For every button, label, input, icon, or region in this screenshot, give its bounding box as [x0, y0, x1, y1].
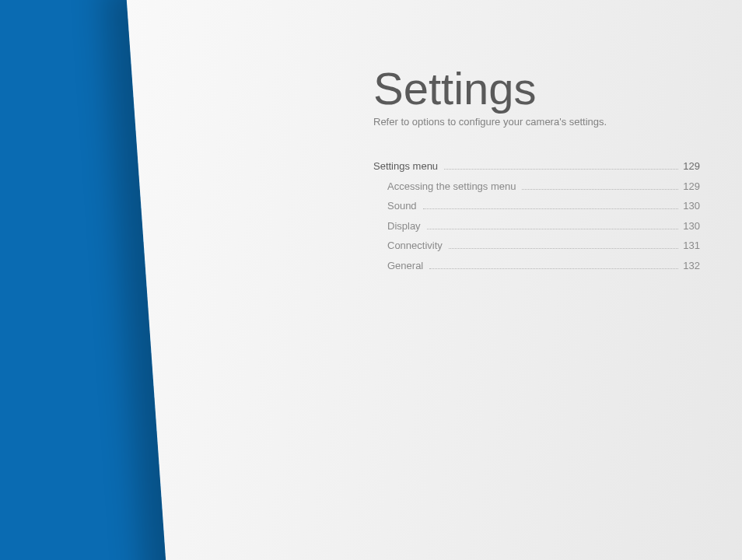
toc-item-page: 130: [683, 198, 700, 214]
toc-leader-dots: [427, 222, 679, 229]
toc-item-page: 131: [683, 238, 700, 254]
toc-item-row: Sound 130: [373, 198, 700, 214]
toc-item-row: Accessing the settings menu 129: [373, 179, 700, 194]
page-subtitle: Refer to options to configure your camer…: [373, 116, 716, 128]
toc-item-label: Accessing the settings menu: [387, 179, 516, 194]
toc-section-row: Settings menu 129: [373, 159, 700, 174]
toc-item-row: General 132: [373, 258, 700, 274]
toc-leader-dots: [444, 163, 678, 170]
table-of-contents: Settings menu 129 Accessing the settings…: [373, 159, 700, 273]
toc-leader-dots: [522, 183, 678, 190]
toc-leader-dots: [429, 262, 678, 269]
toc-item-label: Connectivity: [387, 238, 443, 254]
toc-section-label: Settings menu: [373, 159, 438, 174]
stage: Settings Refer to options to configure y…: [0, 0, 742, 560]
toc-leader-dots: [449, 242, 678, 249]
toc-item-page: 130: [683, 219, 700, 234]
toc-section-page: 129: [683, 159, 700, 174]
toc-leader-dots: [423, 202, 679, 209]
toc-item-page: 132: [683, 258, 700, 274]
toc-item-row: Connectivity 131: [373, 238, 700, 254]
page-content: Settings Refer to options to configure y…: [373, 66, 716, 278]
toc-item-label: Sound: [387, 198, 417, 214]
page-title: Settings: [373, 66, 716, 111]
toc-item-label: General: [387, 258, 423, 274]
toc-item-label: Display: [387, 219, 421, 234]
toc-item-page: 129: [683, 179, 700, 194]
toc-item-row: Display 130: [373, 219, 700, 234]
